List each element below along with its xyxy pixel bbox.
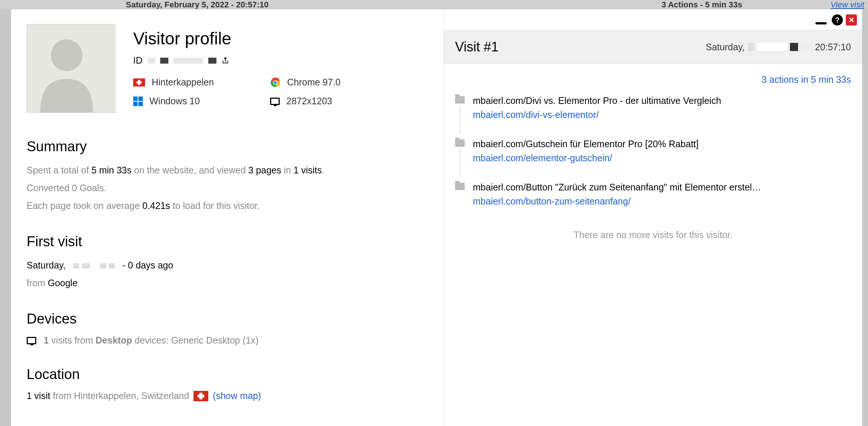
location-text: Hinterkappelen [152, 77, 214, 88]
first-visit-date: Saturday, - 0 days ago [27, 258, 425, 273]
summary-line-2: Converted 0 Goals. [27, 180, 425, 195]
redacted [160, 58, 168, 64]
svg-point-1 [51, 39, 83, 71]
folder-icon [455, 139, 465, 147]
info-browser: Chrome 97.0 [270, 77, 425, 88]
visitor-profile-modal: Visitor profile ID Hinterkappelen [11, 9, 862, 426]
action-url[interactable]: mbaierl.com/elementor-gutschein/ [473, 151, 699, 165]
devices-row: 1 visits from Desktop devices: Generic D… [27, 335, 425, 346]
location-row: 1 visit from Hinterkappelen, Switzerland… [27, 390, 425, 401]
folder-icon [455, 96, 465, 104]
resolution-text: 2872x1203 [286, 96, 332, 106]
summary-line-3: Each page took on average 0.421s to load… [27, 198, 425, 213]
action-title: mbaierl.com/Button "Zurück zum Seitenanf… [473, 180, 761, 195]
redacted [757, 43, 787, 51]
first-visit-heading: First visit [27, 234, 425, 250]
location-heading: Location [27, 366, 425, 382]
bg-view-visit-link[interactable]: View visit [831, 0, 864, 10]
first-visit-source: from Google [27, 275, 425, 290]
page-title: Visitor profile [133, 28, 425, 48]
visit-datetime: Saturday, 20:57:10 [706, 42, 851, 53]
action-list: mbaierl.com/Divi vs. Elementor Pro - der… [444, 89, 862, 219]
minimize-button[interactable] [815, 22, 827, 24]
flag-ch-icon [133, 78, 145, 87]
action-item[interactable]: mbaierl.com/Button "Zurück zum Seitenanf… [455, 175, 851, 219]
summary-heading: Summary [27, 139, 425, 155]
help-button[interactable]: ? [832, 14, 843, 26]
modal-toolbar: ? ✕ [815, 14, 857, 26]
redacted [148, 58, 155, 64]
bg-datetime: Saturday, February 5, 2022 - 20:57:10 [126, 0, 269, 10]
folder-icon [455, 183, 465, 190]
chrome-icon [270, 78, 280, 87]
redacted [174, 58, 203, 64]
share-icon[interactable] [222, 57, 230, 65]
info-resolution: 2872x1203 [270, 96, 425, 106]
visit-title: Visit #1 [455, 39, 498, 55]
profile-header: Visitor profile ID Hinterkappelen [27, 24, 425, 113]
bg-actions: 3 Actions - 5 min 33s [662, 0, 742, 10]
action-item[interactable]: mbaierl.com/Gutschein für Elementor Pro … [455, 132, 851, 175]
action-title: mbaierl.com/Gutschein für Elementor Pro … [473, 137, 699, 151]
action-item[interactable]: mbaierl.com/Divi vs. Elementor Pro - der… [455, 89, 851, 132]
action-url[interactable]: mbaierl.com/divi-vs-elementor/ [473, 108, 721, 122]
close-button[interactable]: ✕ [846, 14, 857, 26]
windows-icon [133, 97, 143, 106]
action-url[interactable]: mbaierl.com/button-zum-seitenanfang/ [473, 195, 761, 209]
avatar [27, 24, 115, 113]
devices-heading: Devices [27, 311, 425, 327]
info-os: Windows 10 [133, 96, 270, 106]
info-grid: Hinterkappelen Chrome 97.0 Windows 10 [133, 77, 425, 106]
left-pane: Visitor profile ID Hinterkappelen [11, 9, 444, 426]
visit-header: Visit #1 Saturday, 20:57:10 [444, 30, 862, 64]
os-text: Windows 10 [149, 96, 200, 106]
browser-text: Chrome 97.0 [287, 77, 341, 88]
actions-summary-link[interactable]: 3 actions in 5 min 33s [444, 64, 862, 89]
flag-ch-icon [194, 391, 208, 401]
svg-point-4 [273, 81, 277, 84]
screen-icon [270, 98, 280, 105]
redacted [801, 43, 812, 51]
visitor-id-row: ID [133, 55, 425, 66]
summary-line-1: Spent a total of 5 min 33s on the websit… [27, 163, 425, 178]
redacted [790, 43, 798, 51]
background-row: Saturday, February 5, 2022 - 20:57:10 3 … [0, 0, 868, 9]
no-more-visits: There are no more visits for this visito… [444, 230, 862, 240]
redacted [208, 58, 216, 64]
action-title: mbaierl.com/Divi vs. Elementor Pro - der… [473, 94, 721, 108]
right-pane: ? ✕ Visit #1 Saturday, 20:57:10 3 action… [444, 9, 862, 426]
desktop-icon [27, 337, 36, 344]
id-label: ID [133, 55, 142, 66]
show-map-link[interactable]: (show map) [213, 390, 261, 401]
info-location: Hinterkappelen [133, 77, 270, 88]
redacted [748, 43, 754, 51]
